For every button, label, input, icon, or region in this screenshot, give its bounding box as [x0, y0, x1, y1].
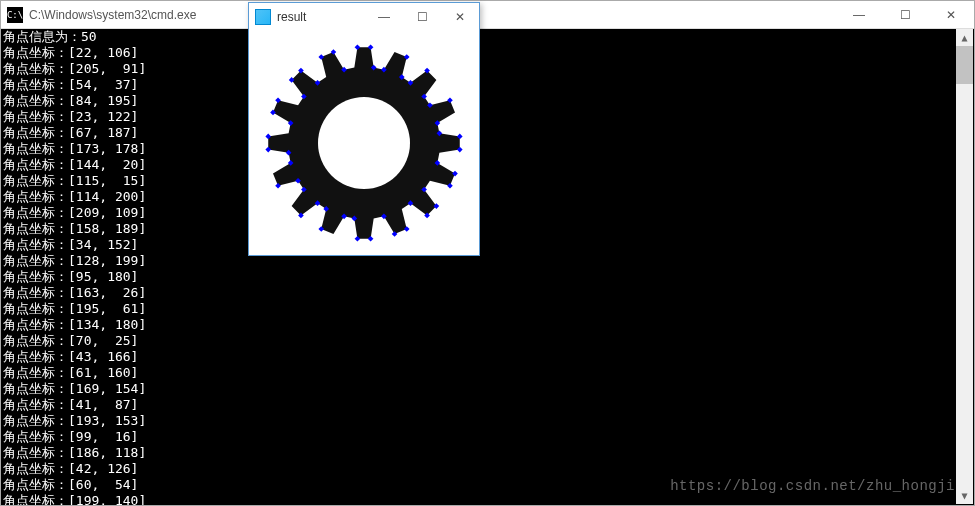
result-app-icon: [255, 9, 271, 25]
cmd-window-controls: — ☐ ✕: [836, 1, 974, 28]
result-maximize-button[interactable]: ☐: [403, 3, 441, 31]
cmd-titlebar[interactable]: C:\ C:\Windows\system32\cmd.exe — ☐ ✕: [1, 1, 974, 29]
result-canvas: [249, 31, 479, 255]
scrollbar-down-button[interactable]: ▼: [956, 487, 973, 504]
result-window[interactable]: result — ☐ ✕: [248, 2, 480, 256]
cmd-close-button[interactable]: ✕: [928, 1, 974, 28]
cmd-maximize-button[interactable]: ☐: [882, 1, 928, 28]
result-close-button[interactable]: ✕: [441, 3, 479, 31]
scrollbar-up-button[interactable]: ▲: [956, 29, 973, 46]
gear-image: [249, 31, 479, 255]
vertical-scrollbar[interactable]: ▲ ▼: [956, 29, 973, 504]
cmd-minimize-button[interactable]: —: [836, 1, 882, 28]
result-title: result: [277, 10, 365, 24]
result-minimize-button[interactable]: —: [365, 3, 403, 31]
scrollbar-track[interactable]: [956, 46, 973, 487]
scrollbar-thumb[interactable]: [956, 46, 973, 84]
cmd-window: C:\ C:\Windows\system32\cmd.exe — ☐ ✕ 角点…: [0, 0, 975, 506]
watermark-text: https://blog.csdn.net/zhu_hongji: [670, 478, 955, 494]
cmd-app-icon: C:\: [7, 7, 23, 23]
console-output[interactable]: 角点信息为：50 角点坐标：[22, 106] 角点坐标：[205, 91] 角…: [1, 29, 974, 505]
result-titlebar[interactable]: result — ☐ ✕: [249, 3, 479, 31]
svg-point-0: [318, 97, 410, 189]
